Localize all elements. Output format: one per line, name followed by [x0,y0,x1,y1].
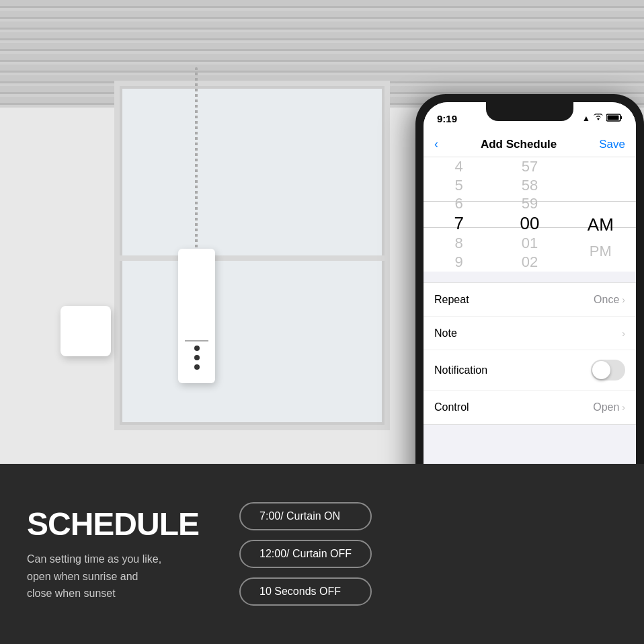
smart-hub-device [61,306,111,356]
hour-item: 6 [424,195,494,214]
note-label: Note [434,327,457,339]
toggle-knob [592,361,610,379]
bottom-section: SCHEDULE Can setting time as you like,op… [0,464,644,644]
repeat-text: Once [594,294,619,306]
status-time: 9:19 [437,113,457,124]
control-value: Open › [593,401,625,413]
control-row[interactable]: Control Open › [424,391,636,424]
repeat-value: Once › [594,294,625,306]
back-button[interactable]: ‹ [434,137,438,151]
ampm-column[interactable]: AM PM [565,157,636,272]
notification-label: Notification [434,364,487,376]
phone-mockup: 9:19 ▲ ‹ Add Schedule Save [415,94,644,464]
control-text: Open [593,401,619,413]
status-icons: ▲ [582,114,622,124]
window-inner [120,86,385,425]
window-frame [114,81,390,430]
hour-selected: 7 [424,213,494,234]
minute-item: 02 [494,253,565,272]
notification-toggle[interactable] [591,360,625,380]
navigation-bar: ‹ Add Schedule Save [424,132,636,157]
schedule-title: SCHEDULE [27,506,199,542]
note-value: › [622,328,625,339]
phone-body: 9:19 ▲ ‹ Add Schedule Save [415,94,644,464]
schedule-description: Can setting time as you like,open when s… [27,551,199,602]
repeat-row[interactable]: Repeat Once › [424,283,636,317]
minute-item: 58 [494,176,565,195]
control-chevron-icon: › [622,402,625,413]
hours-column[interactable]: 4 5 6 7 8 9 [424,157,494,272]
schedule-buttons: 7:00/ Curtain ON 12:00/ Curtain OFF 10 S… [239,502,372,606]
note-chevron-icon: › [622,328,625,339]
wifi-icon [593,114,604,124]
am-selected: AM [565,211,636,238]
schedule-text-block: SCHEDULE Can setting time as you like,op… [27,506,199,602]
signal-icon: ▲ [582,114,590,123]
hour-item: 5 [424,176,494,195]
time-picker[interactable]: 4 5 6 7 8 9 57 58 59 00 01 02 [424,157,636,272]
battery-icon [606,114,622,124]
repeat-chevron-icon: › [622,294,625,305]
minute-item: 57 [494,157,565,176]
schedule-btn-2[interactable]: 12:00/ Curtain OFF [239,540,372,568]
schedule-btn-3[interactable]: 10 Seconds OFF [239,577,372,606]
curtain-motor-device [178,249,215,383]
phone-screen: 9:19 ▲ ‹ Add Schedule Save [424,102,636,464]
page-title: Add Schedule [481,138,557,151]
minute-selected: 00 [494,213,565,234]
hour-item: 4 [424,157,494,176]
hour-item: 9 [424,253,494,272]
hour-item: 8 [424,234,494,253]
notification-row[interactable]: Notification [424,350,636,391]
note-row[interactable]: Note › [424,317,636,350]
save-button[interactable]: Save [599,138,625,151]
top-section: 9:19 ▲ ‹ Add Schedule Save [0,0,644,464]
svg-rect-1 [620,116,622,119]
settings-section: Repeat Once › Note › [424,282,636,425]
minute-item: 59 [494,195,565,214]
control-label: Control [434,401,469,413]
phone-notch [486,102,573,121]
minute-item: 01 [494,234,565,253]
repeat-label: Repeat [434,294,469,306]
schedule-btn-1[interactable]: 7:00/ Curtain ON [239,502,372,530]
pm-item: PM [565,238,636,265]
minutes-column[interactable]: 57 58 59 00 01 02 [494,157,565,272]
svg-rect-2 [608,115,619,120]
